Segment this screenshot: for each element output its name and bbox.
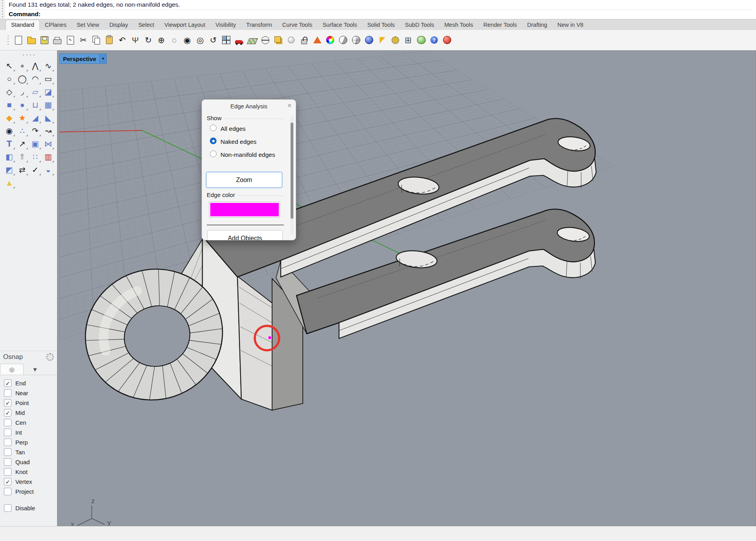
select-tool[interactable]: ↖ — [3, 59, 16, 72]
osnap-row-perp[interactable]: Perp — [4, 437, 57, 447]
edit-document-button[interactable]: ✎ — [64, 32, 77, 48]
zoom-selected-button[interactable]: ◉ — [181, 32, 194, 48]
measure-tool[interactable]: ▲ — [3, 176, 16, 189]
hide-objects-button[interactable] — [259, 32, 272, 48]
surface-grid-tool[interactable]: ▦ — [42, 98, 55, 111]
menu-item-subd-tools[interactable]: SubD Tools — [400, 20, 439, 30]
radio-all-edges[interactable] — [210, 125, 217, 131]
osnap-checkbox-knot[interactable] — [4, 468, 11, 476]
menu-item-select[interactable]: Select — [133, 20, 159, 30]
named-view-button[interactable] — [233, 32, 246, 48]
menu-item-viewport-layout[interactable]: Viewport Layout — [159, 20, 211, 30]
flag-button[interactable] — [376, 32, 389, 48]
visibility-bulb-button[interactable] — [285, 32, 298, 48]
globe-button[interactable] — [415, 32, 428, 48]
zoom-button[interactable]: Zoom — [206, 172, 282, 188]
copy-object-tool[interactable]: ▣ — [29, 137, 42, 150]
zoom-window-button[interactable]: ◌ — [168, 32, 181, 48]
blend-curve-tool[interactable]: ↷ — [29, 124, 42, 137]
rotate-view-button[interactable]: ↻ — [142, 32, 155, 48]
viewport-tab-perspective[interactable]: Perspective ▼ — [59, 54, 107, 64]
menu-item-mesh-tools[interactable]: Mesh Tools — [439, 20, 478, 30]
text-tool[interactable]: T — [3, 137, 16, 150]
rectangle-tool[interactable]: ▭ — [42, 72, 55, 85]
block-manager-button[interactable]: ⊞ — [402, 32, 415, 48]
osnap-gear-icon[interactable] — [46, 353, 54, 361]
print-button[interactable] — [51, 32, 64, 48]
osnap-row-cen[interactable]: Cen — [4, 418, 57, 428]
undo-button[interactable]: ↶ — [116, 32, 129, 48]
ghosted-viewport-button[interactable] — [350, 32, 363, 48]
analyze-tool[interactable]: ◒ — [42, 163, 55, 176]
copy-button[interactable] — [90, 32, 103, 48]
radio-naked-edges[interactable] — [210, 138, 217, 144]
menu-item-set-view[interactable]: Set View — [72, 20, 104, 30]
osnap-row-near[interactable]: Near — [4, 388, 57, 398]
close-icon[interactable]: ✕ — [287, 102, 292, 109]
osnap-checkbox-cen[interactable] — [4, 419, 11, 426]
osnap-checkbox-disable[interactable] — [4, 504, 11, 512]
lock-objects-button[interactable] — [298, 32, 311, 48]
osnap-checkbox-int[interactable] — [4, 429, 11, 436]
osnap-snap-tab[interactable]: ◎ — [0, 364, 24, 375]
rendered-viewport-button[interactable] — [363, 32, 376, 48]
command-panel-grip[interactable] — [0, 0, 5, 19]
align-tool[interactable]: ⇄ — [16, 163, 29, 176]
osnap-row-vertex[interactable]: ✓Vertex — [4, 477, 57, 487]
sphere-tool[interactable]: ● — [16, 98, 29, 111]
undo-view-button[interactable]: ↺ — [207, 32, 220, 48]
save-button[interactable] — [38, 32, 51, 48]
curved-surface-tool[interactable]: ◪ — [42, 85, 55, 98]
menu-item-new-in-v8[interactable]: New in V8 — [552, 20, 589, 30]
radio-non-manifold-edges[interactable] — [210, 151, 217, 157]
extrude-tool[interactable]: ⇑ — [16, 150, 29, 163]
osnap-row-point[interactable]: ✓Point — [4, 398, 57, 408]
menu-item-solid-tools[interactable]: Solid Tools — [362, 20, 400, 30]
menu-item-visibility[interactable]: Visibility — [210, 20, 241, 30]
osnap-row-int[interactable]: Int — [4, 428, 57, 437]
edge-color-swatch[interactable] — [209, 202, 280, 218]
extend-curve-tool[interactable]: ↝ — [42, 124, 55, 137]
osnap-row-project[interactable]: Project — [4, 487, 57, 496]
add-objects-button[interactable]: Add Objects — [207, 230, 283, 240]
menu-item-surface-tools[interactable]: Surface Tools — [317, 20, 362, 30]
menu-item-display[interactable]: Display — [104, 20, 133, 30]
menu-item-drafting[interactable]: Drafting — [522, 20, 552, 30]
pan-button[interactable]: Ψ — [129, 32, 142, 48]
control-points-tool[interactable]: ◧ — [3, 150, 16, 163]
dialog-scrollbar[interactable] — [290, 116, 294, 234]
surface-patch-tool[interactable]: ▱ — [29, 85, 42, 98]
render-button[interactable] — [311, 32, 324, 48]
split-tool[interactable]: ◣ — [42, 111, 55, 124]
paste-button[interactable] — [103, 32, 116, 48]
osnap-checkbox-vertex[interactable]: ✓ — [4, 478, 11, 485]
options-gear-button[interactable] — [389, 32, 402, 48]
menu-item-curve-tools[interactable]: Curve Tools — [277, 20, 317, 30]
ellipse-tool[interactable]: ◯ — [16, 72, 29, 85]
osnap-checkbox-point[interactable]: ✓ — [4, 399, 11, 407]
help-button[interactable]: ? — [428, 32, 441, 48]
mirror-tool[interactable]: ⋈ — [42, 137, 55, 150]
menu-item-transform[interactable]: Transform — [241, 20, 277, 30]
command-list-button[interactable] — [441, 32, 454, 48]
shaded-viewport-button[interactable] — [337, 32, 350, 48]
osnap-checkbox-near[interactable] — [4, 389, 11, 397]
menu-item-render-tools[interactable]: Render Tools — [478, 20, 522, 30]
command-prompt[interactable]: Command: — [9, 9, 41, 19]
radio-row-all-edges[interactable]: All edges — [210, 124, 283, 134]
osnap-row-end[interactable]: ✓End — [4, 378, 57, 388]
osnap-checkbox-quad[interactable] — [4, 458, 11, 466]
osnap-row-knot[interactable]: Knot — [4, 467, 57, 477]
boolean-tool[interactable]: ◆ — [3, 111, 16, 124]
curve-tool[interactable]: ∿ — [42, 59, 55, 72]
explode-tool[interactable]: ★ — [16, 111, 29, 124]
new-file-button[interactable] — [12, 32, 25, 48]
zoom-extents-button[interactable]: ◎ — [194, 32, 207, 48]
viewport-layout-button[interactable] — [220, 32, 233, 48]
menu-item-standard[interactable]: Standard — [6, 20, 40, 30]
dialog-scrollbar-thumb[interactable] — [291, 123, 293, 219]
point-tool[interactable]: ∘ — [16, 59, 29, 72]
color-wheel-button[interactable] — [324, 32, 337, 48]
polygon-tool[interactable]: ◇ — [3, 85, 16, 98]
fillet-curve-tool[interactable]: ◞ — [16, 85, 29, 98]
